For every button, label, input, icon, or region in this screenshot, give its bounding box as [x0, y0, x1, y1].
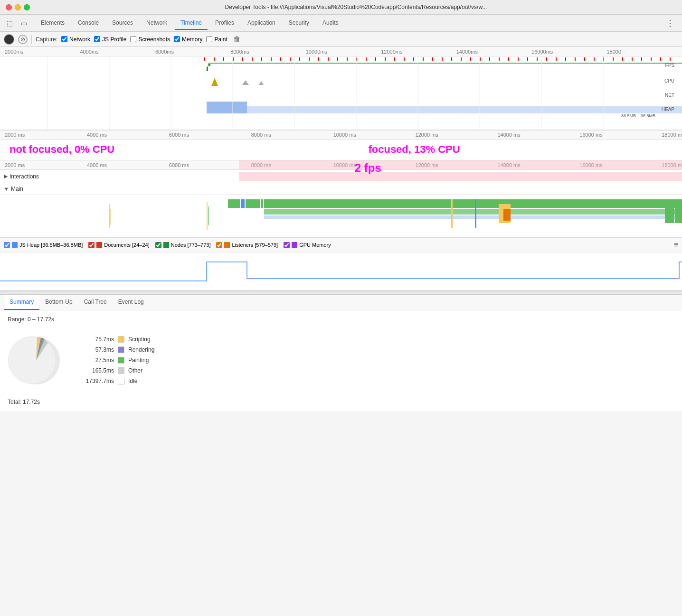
- documents-legend-item[interactable]: Documents [24–24]: [88, 242, 149, 248]
- svg-rect-85: [665, 199, 674, 223]
- screenshots-checkbox[interactable]: [130, 36, 136, 42]
- ruler2-8000: 8000 ms: [251, 132, 333, 138]
- tab-audits[interactable]: Audits: [317, 17, 344, 30]
- pie-section: 75.7ms Scripting 57.3ms Rendering 27.5ms…: [8, 328, 674, 393]
- pink-highlight: [239, 160, 682, 169]
- main-label: Main: [11, 186, 23, 192]
- svg-rect-12: [318, 57, 319, 61]
- jsheap-label: JS Heap [36.5MB–36.8MB]: [19, 242, 83, 248]
- jsprofile-checkbox[interactable]: [94, 36, 100, 42]
- record-button[interactable]: [4, 34, 14, 45]
- minimize-button[interactable]: [15, 4, 21, 10]
- ruler-label-4000: 4000ms: [80, 49, 155, 55]
- svg-rect-1: [214, 57, 215, 61]
- gpumemory-legend-item[interactable]: GPU Memory: [284, 242, 331, 248]
- svg-rect-23: [423, 57, 424, 61]
- jsprofile-checkbox-group[interactable]: JS Profile: [94, 36, 126, 43]
- tab-eventlog[interactable]: Event Log: [113, 295, 150, 310]
- clear-button[interactable]: ⊘: [18, 35, 28, 44]
- documents-checkbox[interactable]: [88, 242, 95, 248]
- listeners-legend-item[interactable]: Listeners [579–579]: [216, 242, 278, 248]
- scripting-label: Scripting: [128, 336, 151, 343]
- tab-calltree[interactable]: Call Tree: [78, 295, 113, 310]
- painting-row: 27.5ms Painting: [76, 357, 154, 364]
- tab-network[interactable]: Network: [141, 17, 173, 30]
- rendering-ms: 57.3ms: [76, 346, 114, 353]
- annotation-not-focused: not focused, 0% CPU: [9, 143, 114, 156]
- svg-rect-5: [252, 57, 253, 61]
- svg-text:36.5MB – 36.8MB: 36.5MB – 36.8MB: [621, 113, 655, 118]
- drawer-icon[interactable]: ▭: [18, 18, 29, 29]
- cursor-icon[interactable]: ⬚: [4, 18, 15, 29]
- jsprofile-label: JS Profile: [102, 36, 126, 43]
- jsheap-swatch: [12, 242, 18, 248]
- other-label: Other: [128, 367, 142, 374]
- fps-annotation: 2 fps: [355, 161, 381, 175]
- svg-rect-84: [503, 209, 511, 221]
- memory-graph: [0, 252, 682, 290]
- legend-more-icon[interactable]: ≡: [674, 241, 678, 249]
- listeners-checkbox[interactable]: [216, 242, 222, 248]
- documents-swatch: [96, 242, 102, 248]
- expand-icon[interactable]: ▶: [4, 173, 8, 179]
- tab-bottomup[interactable]: Bottom-Up: [39, 295, 78, 310]
- tab-console[interactable]: Console: [72, 17, 104, 30]
- nodes-legend-item[interactable]: Nodes [773–773]: [155, 242, 211, 248]
- network-checkbox-group[interactable]: Network: [61, 36, 90, 43]
- ruler-label-12000: 12000ms: [381, 49, 456, 55]
- svg-rect-74: [228, 199, 240, 208]
- svg-rect-49: [670, 57, 671, 61]
- memory-label: Memory: [182, 36, 202, 43]
- paint-checkbox[interactable]: [206, 36, 212, 42]
- rendering-label: Rendering: [128, 346, 154, 353]
- idle-swatch: [118, 378, 124, 384]
- svg-rect-24: [432, 57, 433, 61]
- svg-text:CPU: CPU: [664, 78, 674, 84]
- ruler-label-6000: 6000ms: [155, 49, 230, 55]
- tab-application[interactable]: Application: [242, 17, 281, 30]
- summary-content: Range: 0 – 17.72s: [0, 310, 682, 411]
- idle-label: Idle: [128, 378, 137, 384]
- svg-rect-28: [470, 57, 471, 61]
- paint-label: Paint: [214, 36, 227, 43]
- tab-sources[interactable]: Sources: [106, 17, 139, 30]
- close-button[interactable]: [6, 4, 12, 10]
- svg-rect-37: [556, 57, 557, 61]
- ruler-label-16000: 16000ms: [531, 49, 606, 55]
- memory-checkbox[interactable]: [174, 36, 180, 42]
- svg-rect-46: [641, 57, 642, 61]
- time-ruler-2: 2000 ms 4000 ms 6000 ms 8000 ms 10000 ms…: [0, 130, 682, 140]
- svg-rect-2: [223, 57, 224, 61]
- svg-rect-4: [242, 57, 243, 61]
- clear-recordings-icon[interactable]: 🗑: [233, 35, 241, 44]
- screenshots-checkbox-group[interactable]: Screenshots: [130, 36, 170, 43]
- svg-rect-86: [675, 199, 682, 223]
- memory-graph-svg: [0, 252, 682, 290]
- svg-rect-21: [404, 57, 405, 61]
- jsheap-checkbox[interactable]: [4, 242, 10, 248]
- gpumemory-checkbox[interactable]: [284, 242, 290, 248]
- svg-rect-9: [290, 57, 291, 61]
- network-checkbox[interactable]: [61, 36, 67, 42]
- svg-rect-6: [261, 57, 262, 61]
- tab-security[interactable]: Security: [283, 17, 315, 30]
- svg-text:FPS: FPS: [665, 63, 675, 68]
- tab-elements[interactable]: Elements: [35, 17, 70, 30]
- timeline-panel: 2000ms 4000ms 6000ms 8000ms 10000ms 1200…: [0, 47, 682, 291]
- svg-rect-40: [584, 57, 585, 61]
- memory-checkbox-group[interactable]: Memory: [174, 36, 202, 43]
- other-ms: 165.5ms: [76, 367, 114, 374]
- maximize-button[interactable]: [24, 4, 30, 10]
- screenshots-label: Screenshots: [138, 36, 170, 43]
- listeners-label: Listeners [579–579]: [232, 242, 278, 248]
- more-menu-icon[interactable]: ⋮: [662, 16, 678, 30]
- tab-summary[interactable]: Summary: [4, 295, 39, 310]
- nodes-swatch: [163, 242, 169, 248]
- jsheap-legend-item[interactable]: JS Heap [36.5MB–36.8MB]: [4, 242, 83, 248]
- tab-timeline[interactable]: Timeline: [175, 17, 208, 30]
- nodes-checkbox[interactable]: [155, 242, 161, 248]
- collapse-icon[interactable]: ▼: [4, 186, 9, 192]
- svg-rect-43: [613, 57, 614, 61]
- paint-checkbox-group[interactable]: Paint: [206, 36, 227, 43]
- tab-profiles[interactable]: Profiles: [209, 17, 240, 30]
